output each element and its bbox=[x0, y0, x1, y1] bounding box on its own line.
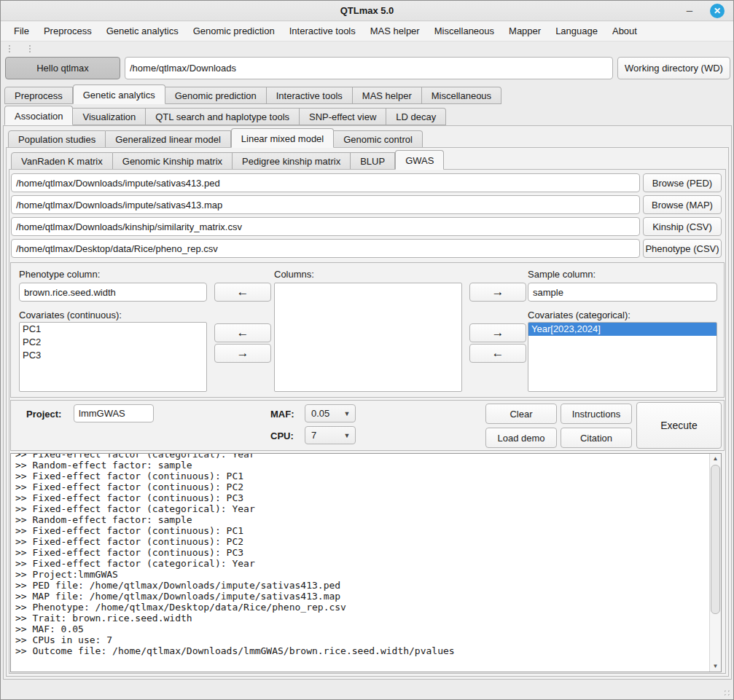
sample-column-input[interactable] bbox=[528, 283, 717, 302]
tab-population-studies[interactable]: Population studies bbox=[8, 130, 106, 148]
tab-genomic-kinship-matrix[interactable]: Genomic Kinship matrix bbox=[113, 152, 233, 170]
covariates-continuous-label: Covariates (continuous): bbox=[19, 310, 122, 320]
move-categorical-left-button[interactable]: ← bbox=[469, 344, 526, 363]
list-item: >> Fixed-effect factor (categorical): Ye… bbox=[15, 558, 708, 569]
close-button[interactable]: ✕ bbox=[710, 4, 725, 18]
menu-preprocess[interactable]: Preprocess bbox=[36, 22, 99, 41]
browse-map-button[interactable]: Browse (MAP) bbox=[643, 195, 722, 214]
tab-blup[interactable]: BLUP bbox=[351, 152, 395, 170]
list-item: >> Fixed-effect factor (continuous): PC2 bbox=[15, 481, 708, 492]
move-sample-right-button[interactable]: → bbox=[469, 283, 526, 302]
toolbar-grip bbox=[28, 44, 31, 53]
list-item: >> CPUs in use: 7 bbox=[15, 634, 708, 645]
list-item: >> Fixed-effect factor (continuous): PC3 bbox=[15, 547, 708, 558]
menu-bar: File Preprocess Genetic analytics Genomi… bbox=[1, 22, 733, 42]
minimize-button[interactable]: – bbox=[681, 1, 698, 21]
tab-vanraden-k-matrix[interactable]: VanRaden K matrix bbox=[11, 152, 113, 170]
phenotype-column-input[interactable] bbox=[19, 283, 207, 302]
tab-preprocess[interactable]: Preprocess bbox=[4, 87, 73, 104]
tab-generalized-linear-model[interactable]: Generalized linear model bbox=[106, 130, 231, 148]
move-phenotype-left-button[interactable]: ← bbox=[214, 283, 271, 302]
move-continuous-left-button[interactable]: ← bbox=[214, 323, 271, 342]
list-item: >> MAP file: /home/qtlmax/Downloads/impu… bbox=[15, 591, 708, 602]
maf-select[interactable]: 0.05 ▼ bbox=[305, 404, 356, 422]
phenotype-file-input[interactable] bbox=[11, 239, 640, 258]
menu-mapper[interactable]: Mapper bbox=[501, 22, 548, 41]
scroll-up-icon[interactable]: ▲ bbox=[710, 454, 721, 464]
phenotype-column-label: Phenotype column: bbox=[19, 269, 100, 280]
scroll-down-icon[interactable]: ▼ bbox=[710, 661, 721, 672]
tab-qtl-search[interactable]: QTL search and haplotype tools bbox=[146, 108, 300, 125]
window-title: QTLmax 5.0 bbox=[1, 1, 733, 21]
load-demo-button[interactable]: Load demo bbox=[485, 428, 557, 448]
execute-button[interactable]: Execute bbox=[636, 402, 722, 449]
phenotype-csv-button[interactable]: Phenotype (CSV) bbox=[643, 239, 722, 258]
instructions-button[interactable]: Instructions bbox=[561, 404, 632, 424]
list-item: >> Fixed-effect factor (categorical): Ye… bbox=[15, 503, 708, 514]
console-scrollbar[interactable]: ▲ ▼ bbox=[709, 454, 721, 672]
list-item: >> Fixed-effect factor (continuous): PC3 bbox=[15, 492, 708, 503]
tab-gwas[interactable]: GWAS bbox=[395, 150, 444, 170]
tab-visualization[interactable]: Visualization bbox=[73, 108, 146, 125]
tabbar-main: Preprocess Genetic analytics Genomic pre… bbox=[4, 84, 501, 104]
list-item: >> Outcome file: /home/qtlmax/Downloads/… bbox=[15, 645, 708, 656]
list-item: PC3 bbox=[20, 349, 206, 362]
clear-button[interactable]: Clear bbox=[485, 404, 557, 424]
covariates-continuous-list[interactable]: PC1PC2PC3 bbox=[19, 322, 207, 392]
map-file-input[interactable] bbox=[11, 195, 640, 214]
list-item: >> Random-effect factor: sample bbox=[15, 514, 708, 525]
list-item: >> Fixed-effect factor (categorical): Ye… bbox=[15, 453, 708, 460]
list-item: >> Fixed-effect factor (continuous): PC1 bbox=[15, 471, 708, 481]
kinship-csv-button[interactable]: Kinship (CSV) bbox=[643, 217, 722, 236]
columns-list[interactable] bbox=[274, 283, 462, 392]
menu-about[interactable]: About bbox=[605, 22, 644, 41]
cpu-select[interactable]: 7 ▼ bbox=[305, 426, 356, 444]
resize-grip[interactable] bbox=[723, 689, 730, 696]
tab-interactive-tools[interactable]: Interactive tools bbox=[267, 87, 353, 104]
console-output[interactable]: >> Fixed-effect factor (categorical): Ye… bbox=[10, 453, 722, 672]
citation-button[interactable]: Citation bbox=[561, 428, 632, 448]
menu-interactive-tools[interactable]: Interactive tools bbox=[282, 22, 363, 41]
move-categorical-right-button[interactable]: → bbox=[469, 323, 526, 342]
tab-mas-helper[interactable]: MAS helper bbox=[353, 87, 422, 104]
tab-genomic-prediction[interactable]: Genomic prediction bbox=[165, 87, 267, 104]
tab-linear-mixed-model[interactable]: Linear mixed model bbox=[231, 128, 334, 148]
list-item: >> Random-effect factor: sample bbox=[15, 460, 708, 471]
covariates-categorical-list[interactable]: Year[2023,2024] bbox=[528, 322, 717, 392]
list-item: >> PED file: /home/qtlmax/Downloads/impu… bbox=[15, 580, 708, 591]
maf-value: 0.05 bbox=[305, 408, 339, 419]
console-text: >> Fixed-effect factor (categorical): Ye… bbox=[15, 453, 708, 656]
tab-ld-decay[interactable]: LD decay bbox=[386, 108, 446, 125]
categorical-item-year[interactable]: Year[2023,2024] bbox=[528, 323, 717, 336]
tab-genetic-analytics[interactable]: Genetic analytics bbox=[73, 84, 165, 104]
list-item: >> Phenotype: /home/qtlmax/Desktop/data/… bbox=[15, 602, 708, 613]
ped-file-input[interactable] bbox=[11, 173, 640, 192]
menu-genetic-analytics[interactable]: Genetic analytics bbox=[99, 22, 186, 41]
tab-snp-effect-view[interactable]: SNP-effect view bbox=[300, 108, 386, 125]
menu-language[interactable]: Language bbox=[548, 22, 605, 41]
app-window: QTLmax 5.0 – ✕ File Preprocess Genetic a… bbox=[0, 0, 734, 700]
tab-pedigree-kinship-matrix[interactable]: Pedigree kinship matrix bbox=[233, 152, 351, 170]
list-item: PC2 bbox=[20, 336, 206, 349]
working-directory-input[interactable] bbox=[125, 57, 613, 79]
working-directory-button[interactable]: Working directory (WD) bbox=[617, 57, 730, 79]
kinship-file-input[interactable] bbox=[11, 217, 640, 236]
chevron-down-icon: ▼ bbox=[339, 410, 355, 417]
tab-association[interactable]: Association bbox=[4, 106, 73, 125]
project-input[interactable] bbox=[74, 404, 154, 422]
menu-genomic-prediction[interactable]: Genomic prediction bbox=[186, 22, 282, 41]
move-continuous-right-button[interactable]: → bbox=[214, 344, 271, 363]
menu-file[interactable]: File bbox=[7, 22, 36, 41]
hello-user-button[interactable]: Hello qtlmax bbox=[5, 57, 120, 79]
scrollbar-thumb[interactable] bbox=[711, 465, 720, 614]
tabbar-association: Population studies Generalized linear mo… bbox=[8, 128, 423, 148]
menu-miscellaneous[interactable]: Miscellaneous bbox=[427, 22, 501, 41]
cpu-value: 7 bbox=[305, 430, 339, 441]
tab-genomic-control[interactable]: Genomic control bbox=[334, 130, 423, 148]
tabbar-genetic-analytics: Association Visualization QTL search and… bbox=[4, 106, 446, 125]
menu-mas-helper[interactable]: MAS helper bbox=[363, 22, 427, 41]
tab-miscellaneous[interactable]: Miscellaneous bbox=[422, 87, 501, 104]
covariates-categorical-label: Covariates (categorical): bbox=[528, 310, 630, 320]
browse-ped-button[interactable]: Browse (PED) bbox=[643, 173, 722, 192]
project-label: Project: bbox=[26, 409, 61, 420]
